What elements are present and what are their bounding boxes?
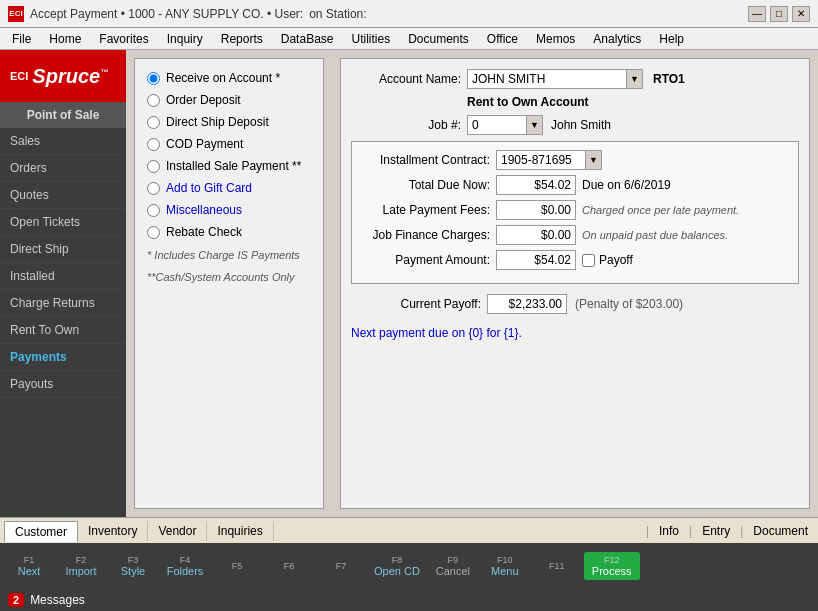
right-content: Receive on Account * Order Deposit Direc… [126,50,818,517]
pipe-separator-2: | [689,524,692,538]
sidebar-item-quotes[interactable]: Quotes [0,182,126,209]
tab-vendor[interactable]: Vendor [148,521,207,541]
app-icon-text: ECI [9,9,22,18]
logo-eci: ECI [10,70,28,82]
job-input[interactable] [467,115,527,135]
account-name-dropdown-arrow[interactable]: ▼ [627,69,643,89]
radio-gift-card[interactable]: Add to Gift Card [147,181,311,195]
fkey-f4[interactable]: F4 Folders [160,552,210,580]
fkey-f8[interactable]: F8 Open CD [368,552,426,580]
tab-inquiries[interactable]: Inquiries [207,521,273,541]
menu-database[interactable]: DataBase [273,30,342,48]
title-bar: ECI Accept Payment • 1000 - ANY SUPPLY C… [0,0,818,28]
fkey-f10[interactable]: F10 Menu [480,552,530,580]
current-payoff-input[interactable] [487,294,567,314]
sidebar-item-payouts[interactable]: Payouts [0,371,126,398]
total-due-now-row: Total Due Now: Due on 6/6/2019 [360,175,790,195]
tab-document[interactable]: Document [747,522,814,540]
sidebar-item-open-tickets[interactable]: Open Tickets [0,209,126,236]
menu-documents[interactable]: Documents [400,30,477,48]
total-due-input[interactable] [496,175,576,195]
bottom-tabs-bar: Customer Inventory Vendor Inquiries | In… [0,517,818,543]
radio-rebate-label: Rebate Check [166,225,242,239]
radio-direct-ship-deposit[interactable]: Direct Ship Deposit [147,115,311,129]
menu-favorites[interactable]: Favorites [91,30,156,48]
menu-home[interactable]: Home [41,30,89,48]
finance-charges-input[interactable] [496,225,576,245]
maximize-button[interactable]: □ [770,6,788,22]
sidebar-logo: ECI Spruce™ [0,50,126,102]
fkey-f7[interactable]: F7 [316,558,366,574]
radio-receive-account-label: Receive on Account * [166,71,280,85]
panel-note-2: **Cash/System Accounts Only [147,271,311,283]
menu-office[interactable]: Office [479,30,526,48]
tab-customer[interactable]: Customer [4,521,78,542]
sidebar-item-orders[interactable]: Orders [0,155,126,182]
sidebar-item-installed[interactable]: Installed [0,263,126,290]
sidebar-item-payments[interactable]: Payments [0,344,126,371]
menu-utilities[interactable]: Utilities [343,30,398,48]
fkey-f12[interactable]: F12 Process [584,552,640,580]
sidebar-section-header: Point of Sale [0,102,126,128]
title-station: on Station: [309,7,366,21]
payoff-checkbox[interactable] [582,254,595,267]
radio-installed-sale[interactable]: Installed Sale Payment ** [147,159,311,173]
menu-memos[interactable]: Memos [528,30,583,48]
job-dropdown-arrow[interactable]: ▼ [527,115,543,135]
installment-contract-select-wrapper[interactable]: ▼ [496,150,602,170]
finance-charges-note: On unpaid past due balances. [582,229,728,241]
fkey-f1[interactable]: F1 Next [4,552,54,580]
account-name-select-wrapper[interactable]: ▼ [467,69,643,89]
minimize-button[interactable]: — [748,6,766,22]
penalty-text: (Penalty of $203.00) [575,297,683,311]
next-payment-text: Next payment due on {0} for {1}. [351,326,522,340]
sidebar-item-direct-ship[interactable]: Direct Ship [0,236,126,263]
sidebar-item-charge-returns[interactable]: Charge Returns [0,290,126,317]
job-select-wrapper[interactable]: ▼ [467,115,543,135]
account-name-input[interactable] [467,69,627,89]
logo-spruce: Spruce™ [32,65,108,88]
fkey-f5[interactable]: F5 [212,558,262,574]
tab-entry[interactable]: Entry [696,522,736,540]
payment-amount-label: Payment Amount: [360,253,490,267]
menu-reports[interactable]: Reports [213,30,271,48]
radio-misc-label: Miscellaneous [166,203,242,217]
close-button[interactable]: ✕ [792,6,810,22]
payoff-checkbox-row: Payoff [582,253,633,267]
fkey-f9[interactable]: F9 Cancel [428,552,478,580]
installment-contract-dropdown[interactable]: ▼ [586,150,602,170]
menu-file[interactable]: File [4,30,39,48]
fkey-f3[interactable]: F3 Style [108,552,158,580]
installment-contract-row: Installment Contract: ▼ [360,150,790,170]
menu-inquiry[interactable]: Inquiry [159,30,211,48]
menu-analytics[interactable]: Analytics [585,30,649,48]
fkey-f2[interactable]: F2 Import [56,552,106,580]
late-fees-note: Charged once per late payment. [582,204,739,216]
radio-order-deposit[interactable]: Order Deposit [147,93,311,107]
radio-direct-ship-label: Direct Ship Deposit [166,115,269,129]
radio-miscellaneous[interactable]: Miscellaneous [147,203,311,217]
rto-label: RTO1 [653,72,685,86]
rent-to-own-label: Rent to Own Account [467,95,589,109]
installment-contract-label: Installment Contract: [360,153,490,167]
late-fees-label: Late Payment Fees: [360,203,490,217]
window-controls[interactable]: — □ ✕ [748,6,810,22]
job-label: Job #: [351,118,461,132]
fkey-f6[interactable]: F6 [264,558,314,574]
sidebar-item-sales[interactable]: Sales [0,128,126,155]
account-name-row: Account Name: ▼ RTO1 [351,69,799,89]
tab-info[interactable]: Info [653,522,685,540]
installment-contract-input[interactable] [496,150,586,170]
menu-help[interactable]: Help [651,30,692,48]
sidebar-item-rent-to-own[interactable]: Rent To Own [0,317,126,344]
tab-inventory[interactable]: Inventory [78,521,148,541]
payment-amount-input[interactable] [496,250,576,270]
messages-label: Messages [30,593,85,607]
pipe-separator-3: | [740,524,743,538]
messages-bar[interactable]: 2 Messages [0,589,818,611]
fkey-f11[interactable]: F11 [532,558,582,574]
late-fees-input[interactable] [496,200,576,220]
radio-cod-payment[interactable]: COD Payment [147,137,311,151]
radio-rebate-check[interactable]: Rebate Check [147,225,311,239]
radio-receive-on-account[interactable]: Receive on Account * [147,71,311,85]
